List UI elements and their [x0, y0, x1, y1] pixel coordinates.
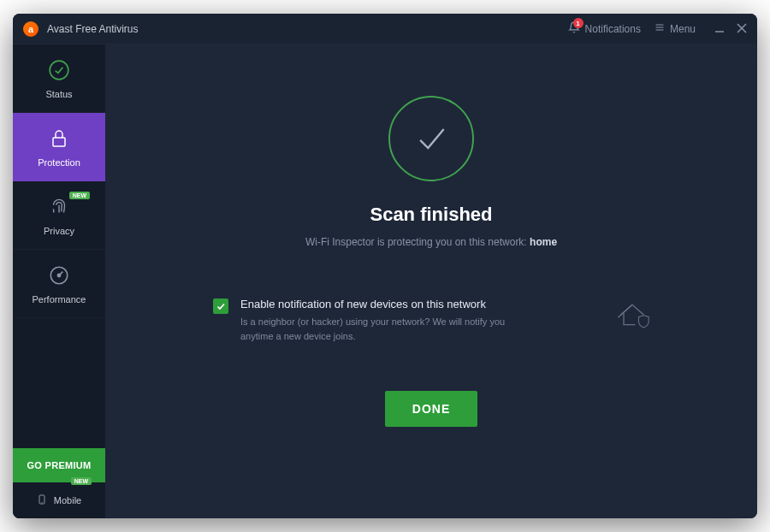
new-badge: NEW: [69, 192, 90, 199]
notifications-button[interactable]: 1 Notifications: [561, 18, 648, 39]
close-button[interactable]: [737, 22, 747, 36]
sidebar-item-label: Privacy: [44, 226, 74, 236]
subtitle-text: Wi-Fi Inspector is protecting you on thi…: [305, 236, 530, 248]
gauge-icon: [47, 263, 71, 287]
avast-logo-icon: [23, 21, 38, 37]
lock-icon: [47, 127, 71, 151]
sidebar-item-label: Protection: [38, 157, 80, 168]
sidebar: Status Protection NEW Privacy: [13, 44, 105, 518]
svg-point-10: [57, 274, 60, 276]
success-check-icon: [388, 96, 474, 181]
notification-title: Enable notification of new devices on th…: [240, 298, 603, 310]
hamburger-icon: [654, 22, 665, 35]
sidebar-item-label: Performance: [33, 294, 86, 304]
svg-point-6: [50, 61, 68, 80]
mobile-icon: [37, 493, 47, 508]
notification-badge: 1: [573, 18, 583, 28]
done-button[interactable]: DONE: [385, 391, 477, 427]
page-subtitle: Wi-Fi Inspector is protecting you on thi…: [305, 236, 557, 248]
menu-label: Menu: [670, 23, 696, 35]
notification-option-row: Enable notification of new devices on th…: [213, 298, 649, 343]
titlebar: Avast Free Antivirus 1 Notifications Men…: [13, 14, 757, 44]
menu-button[interactable]: Menu: [648, 19, 702, 38]
notification-description: Is a neighbor (or hacker) using your net…: [240, 315, 531, 343]
sidebar-item-status[interactable]: Status: [13, 44, 105, 113]
new-badge: NEW: [71, 477, 92, 485]
main-content: Scan finished Wi-Fi Inspector is protect…: [105, 44, 757, 518]
bell-icon: 1: [568, 21, 580, 36]
app-window: Avast Free Antivirus 1 Notifications Men…: [13, 14, 757, 518]
sidebar-item-label: Mobile: [54, 495, 81, 505]
home-shield-icon: [615, 298, 649, 332]
notifications-label: Notifications: [585, 23, 641, 35]
page-heading: Scan finished: [370, 204, 492, 226]
sidebar-item-mobile[interactable]: NEW Mobile: [13, 482, 105, 518]
sidebar-item-performance[interactable]: Performance: [13, 250, 105, 318]
check-circle-icon: [47, 58, 71, 82]
minimize-button[interactable]: [714, 22, 725, 36]
app-title: Avast Free Antivirus: [47, 23, 139, 35]
sidebar-item-label: Status: [45, 89, 72, 99]
svg-rect-7: [53, 138, 65, 146]
fingerprint-icon: [47, 195, 71, 219]
sidebar-item-privacy[interactable]: NEW Privacy: [13, 181, 105, 250]
enable-notification-checkbox[interactable]: [213, 299, 228, 314]
go-premium-button[interactable]: GO PREMIUM: [13, 448, 105, 482]
network-name: home: [530, 236, 557, 248]
sidebar-item-protection[interactable]: Protection: [13, 113, 105, 181]
